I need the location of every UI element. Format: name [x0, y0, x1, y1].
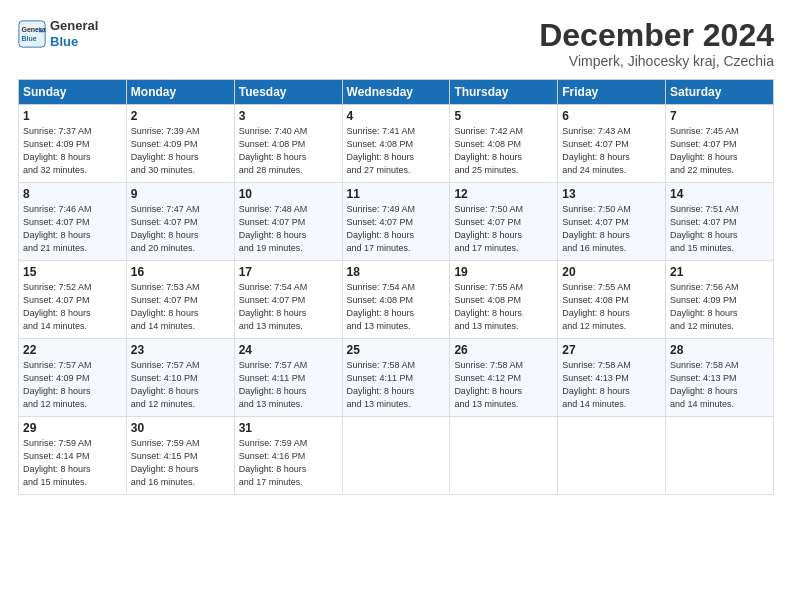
- calendar-week-row: 1Sunrise: 7:37 AM Sunset: 4:09 PM Daylig…: [19, 105, 774, 183]
- month-title: December 2024: [539, 18, 774, 53]
- day-number: 29: [23, 421, 122, 435]
- calendar-cell: 24Sunrise: 7:57 AM Sunset: 4:11 PM Dayli…: [234, 339, 342, 417]
- calendar-cell: 30Sunrise: 7:59 AM Sunset: 4:15 PM Dayli…: [126, 417, 234, 495]
- day-info: Sunrise: 7:54 AM Sunset: 4:08 PM Dayligh…: [347, 281, 446, 333]
- day-info: Sunrise: 7:43 AM Sunset: 4:07 PM Dayligh…: [562, 125, 661, 177]
- calendar-cell: 21Sunrise: 7:56 AM Sunset: 4:09 PM Dayli…: [666, 261, 774, 339]
- day-number: 14: [670, 187, 769, 201]
- calendar-cell: 15Sunrise: 7:52 AM Sunset: 4:07 PM Dayli…: [19, 261, 127, 339]
- day-info: Sunrise: 7:50 AM Sunset: 4:07 PM Dayligh…: [562, 203, 661, 255]
- day-info: Sunrise: 7:47 AM Sunset: 4:07 PM Dayligh…: [131, 203, 230, 255]
- day-info: Sunrise: 7:58 AM Sunset: 4:13 PM Dayligh…: [562, 359, 661, 411]
- day-info: Sunrise: 7:53 AM Sunset: 4:07 PM Dayligh…: [131, 281, 230, 333]
- calendar-cell: 1Sunrise: 7:37 AM Sunset: 4:09 PM Daylig…: [19, 105, 127, 183]
- day-number: 8: [23, 187, 122, 201]
- calendar-cell: 20Sunrise: 7:55 AM Sunset: 4:08 PM Dayli…: [558, 261, 666, 339]
- calendar-cell: 17Sunrise: 7:54 AM Sunset: 4:07 PM Dayli…: [234, 261, 342, 339]
- calendar-cell: 18Sunrise: 7:54 AM Sunset: 4:08 PM Dayli…: [342, 261, 450, 339]
- calendar-cell: 5Sunrise: 7:42 AM Sunset: 4:08 PM Daylig…: [450, 105, 558, 183]
- day-info: Sunrise: 7:56 AM Sunset: 4:09 PM Dayligh…: [670, 281, 769, 333]
- calendar-cell: 13Sunrise: 7:50 AM Sunset: 4:07 PM Dayli…: [558, 183, 666, 261]
- day-number: 22: [23, 343, 122, 357]
- logo-line1: General: [50, 18, 98, 33]
- calendar-cell: [666, 417, 774, 495]
- title-block: December 2024 Vimperk, Jihocesky kraj, C…: [539, 18, 774, 69]
- location-subtitle: Vimperk, Jihocesky kraj, Czechia: [539, 53, 774, 69]
- day-number: 12: [454, 187, 553, 201]
- calendar-cell: 22Sunrise: 7:57 AM Sunset: 4:09 PM Dayli…: [19, 339, 127, 417]
- calendar-cell: 10Sunrise: 7:48 AM Sunset: 4:07 PM Dayli…: [234, 183, 342, 261]
- svg-text:Blue: Blue: [22, 35, 37, 42]
- calendar-cell: 2Sunrise: 7:39 AM Sunset: 4:09 PM Daylig…: [126, 105, 234, 183]
- day-info: Sunrise: 7:57 AM Sunset: 4:10 PM Dayligh…: [131, 359, 230, 411]
- day-info: Sunrise: 7:57 AM Sunset: 4:09 PM Dayligh…: [23, 359, 122, 411]
- day-number: 21: [670, 265, 769, 279]
- header: General Blue General Blue December 2024 …: [18, 18, 774, 69]
- calendar-cell: [450, 417, 558, 495]
- calendar-cell: [558, 417, 666, 495]
- calendar-cell: 19Sunrise: 7:55 AM Sunset: 4:08 PM Dayli…: [450, 261, 558, 339]
- day-number: 5: [454, 109, 553, 123]
- day-number: 11: [347, 187, 446, 201]
- weekday-header-wednesday: Wednesday: [342, 80, 450, 105]
- weekday-header-row: SundayMondayTuesdayWednesdayThursdayFrid…: [19, 80, 774, 105]
- calendar-cell: 4Sunrise: 7:41 AM Sunset: 4:08 PM Daylig…: [342, 105, 450, 183]
- day-info: Sunrise: 7:52 AM Sunset: 4:07 PM Dayligh…: [23, 281, 122, 333]
- day-info: Sunrise: 7:58 AM Sunset: 4:11 PM Dayligh…: [347, 359, 446, 411]
- weekday-header-saturday: Saturday: [666, 80, 774, 105]
- day-number: 31: [239, 421, 338, 435]
- calendar-cell: 9Sunrise: 7:47 AM Sunset: 4:07 PM Daylig…: [126, 183, 234, 261]
- weekday-header-friday: Friday: [558, 80, 666, 105]
- day-info: Sunrise: 7:39 AM Sunset: 4:09 PM Dayligh…: [131, 125, 230, 177]
- svg-rect-0: [19, 20, 45, 46]
- day-number: 24: [239, 343, 338, 357]
- day-info: Sunrise: 7:48 AM Sunset: 4:07 PM Dayligh…: [239, 203, 338, 255]
- calendar-cell: 14Sunrise: 7:51 AM Sunset: 4:07 PM Dayli…: [666, 183, 774, 261]
- day-info: Sunrise: 7:58 AM Sunset: 4:13 PM Dayligh…: [670, 359, 769, 411]
- calendar-cell: 31Sunrise: 7:59 AM Sunset: 4:16 PM Dayli…: [234, 417, 342, 495]
- day-number: 1: [23, 109, 122, 123]
- day-info: Sunrise: 7:58 AM Sunset: 4:12 PM Dayligh…: [454, 359, 553, 411]
- day-number: 30: [131, 421, 230, 435]
- day-info: Sunrise: 7:50 AM Sunset: 4:07 PM Dayligh…: [454, 203, 553, 255]
- day-number: 7: [670, 109, 769, 123]
- day-info: Sunrise: 7:54 AM Sunset: 4:07 PM Dayligh…: [239, 281, 338, 333]
- calendar-week-row: 8Sunrise: 7:46 AM Sunset: 4:07 PM Daylig…: [19, 183, 774, 261]
- day-info: Sunrise: 7:45 AM Sunset: 4:07 PM Dayligh…: [670, 125, 769, 177]
- day-info: Sunrise: 7:55 AM Sunset: 4:08 PM Dayligh…: [454, 281, 553, 333]
- calendar-cell: 28Sunrise: 7:58 AM Sunset: 4:13 PM Dayli…: [666, 339, 774, 417]
- day-number: 2: [131, 109, 230, 123]
- day-number: 18: [347, 265, 446, 279]
- calendar-cell: 29Sunrise: 7:59 AM Sunset: 4:14 PM Dayli…: [19, 417, 127, 495]
- logo-icon: General Blue: [18, 20, 46, 48]
- day-number: 15: [23, 265, 122, 279]
- day-info: Sunrise: 7:59 AM Sunset: 4:14 PM Dayligh…: [23, 437, 122, 489]
- calendar-cell: 7Sunrise: 7:45 AM Sunset: 4:07 PM Daylig…: [666, 105, 774, 183]
- calendar-cell: 6Sunrise: 7:43 AM Sunset: 4:07 PM Daylig…: [558, 105, 666, 183]
- calendar-week-row: 29Sunrise: 7:59 AM Sunset: 4:14 PM Dayli…: [19, 417, 774, 495]
- day-number: 13: [562, 187, 661, 201]
- calendar-cell: 11Sunrise: 7:49 AM Sunset: 4:07 PM Dayli…: [342, 183, 450, 261]
- calendar-cell: 23Sunrise: 7:57 AM Sunset: 4:10 PM Dayli…: [126, 339, 234, 417]
- day-number: 10: [239, 187, 338, 201]
- day-number: 19: [454, 265, 553, 279]
- day-info: Sunrise: 7:40 AM Sunset: 4:08 PM Dayligh…: [239, 125, 338, 177]
- calendar-cell: 26Sunrise: 7:58 AM Sunset: 4:12 PM Dayli…: [450, 339, 558, 417]
- day-number: 28: [670, 343, 769, 357]
- calendar-cell: [342, 417, 450, 495]
- day-info: Sunrise: 7:37 AM Sunset: 4:09 PM Dayligh…: [23, 125, 122, 177]
- weekday-header-sunday: Sunday: [19, 80, 127, 105]
- day-number: 25: [347, 343, 446, 357]
- day-info: Sunrise: 7:55 AM Sunset: 4:08 PM Dayligh…: [562, 281, 661, 333]
- weekday-header-thursday: Thursday: [450, 80, 558, 105]
- day-info: Sunrise: 7:57 AM Sunset: 4:11 PM Dayligh…: [239, 359, 338, 411]
- day-number: 17: [239, 265, 338, 279]
- day-number: 4: [347, 109, 446, 123]
- logo-line2: Blue: [50, 34, 98, 50]
- day-number: 16: [131, 265, 230, 279]
- day-info: Sunrise: 7:41 AM Sunset: 4:08 PM Dayligh…: [347, 125, 446, 177]
- calendar-cell: 16Sunrise: 7:53 AM Sunset: 4:07 PM Dayli…: [126, 261, 234, 339]
- calendar-cell: 3Sunrise: 7:40 AM Sunset: 4:08 PM Daylig…: [234, 105, 342, 183]
- day-number: 23: [131, 343, 230, 357]
- day-number: 27: [562, 343, 661, 357]
